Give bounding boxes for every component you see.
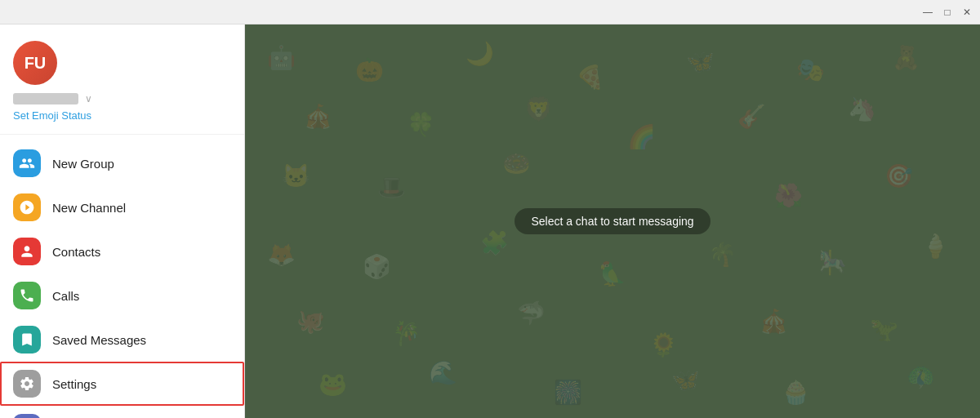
settings-icon — [13, 370, 41, 398]
contacts-icon — [13, 238, 41, 265]
maximize-button[interactable]: □ — [941, 6, 954, 19]
contacts-label: Contacts — [52, 245, 231, 259]
new-group-label: New Group — [52, 157, 231, 171]
menu-item-calls[interactable]: Calls — [0, 273, 244, 318]
menu-item-saved-messages[interactable]: Saved Messages — [0, 318, 244, 362]
empty-state-message: Select a chat to start messaging — [514, 208, 710, 234]
saved-messages-label: Saved Messages — [52, 333, 231, 347]
menu-item-new-group[interactable]: New Group — [0, 141, 244, 185]
chevron-down-icon[interactable]: ∨ — [85, 93, 92, 104]
menu-item-night-mode[interactable]: Night Mode — [0, 406, 244, 418]
close-button[interactable]: ✕ — [960, 6, 973, 19]
sidebar: FU ∨ Set Emoji Status New Group New Chan… — [0, 24, 245, 418]
menu-item-contacts[interactable]: Contacts — [0, 229, 244, 273]
calls-label: Calls — [52, 289, 231, 303]
username-blurred — [13, 93, 78, 104]
chat-area: 🤖 🎃 🌙 🍕 🦋 🎭 🧸 🎪 🍀 🦁 🌈 🎸 🦄 🐱 🎩 🍩 🌺 🎯 🦊 🎲 … — [245, 24, 980, 418]
titlebar: — □ ✕ — [0, 0, 980, 24]
minimize-button[interactable]: — — [921, 6, 934, 19]
new-channel-icon — [13, 193, 41, 221]
night-mode-icon — [13, 414, 41, 418]
new-channel-label: New Channel — [52, 201, 231, 215]
menu-item-new-channel[interactable]: New Channel — [0, 185, 244, 229]
user-header: FU ∨ Set Emoji Status — [0, 24, 244, 135]
emoji-status-link[interactable]: Set Emoji Status — [13, 109, 91, 122]
user-name-row: ∨ — [13, 93, 231, 104]
menu-list: New Group New Channel Contacts Calls Sav… — [0, 135, 244, 418]
saved-messages-icon — [13, 326, 41, 354]
new-group-icon — [13, 149, 41, 177]
avatar: FU — [13, 41, 57, 85]
app-body: FU ∨ Set Emoji Status New Group New Chan… — [0, 24, 980, 418]
settings-label: Settings — [52, 377, 231, 391]
menu-item-settings[interactable]: Settings — [0, 362, 244, 406]
calls-icon — [13, 282, 41, 309]
